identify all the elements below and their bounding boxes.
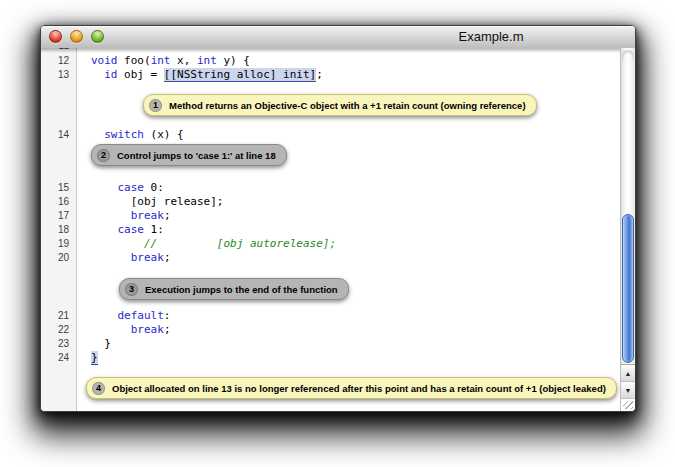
code-token — [91, 68, 104, 81]
code-line-22[interactable]: 22 break; — [41, 323, 620, 337]
code-token — [91, 323, 131, 336]
code-line-12[interactable]: 12void foo(int x, int y) { — [41, 54, 620, 68]
code-token: case — [118, 181, 145, 194]
step-number-badge: 3 — [125, 283, 138, 296]
line-number: 12 — [41, 54, 76, 68]
code-token: default — [118, 309, 164, 322]
code-token: [[NSString alloc] init] — [164, 68, 316, 81]
code-token: x, — [171, 54, 198, 67]
code-token: void — [91, 54, 118, 67]
code-text: break; — [76, 251, 171, 265]
code-token: y) { — [217, 54, 250, 67]
code-line-13[interactable]: 13 id obj = [[NSString alloc] init]; — [41, 68, 620, 82]
code-line-24[interactable]: 24} — [41, 351, 620, 365]
scrollbar-thumb[interactable] — [622, 214, 634, 363]
step-number-badge: 2 — [97, 149, 110, 162]
code-text: void foo(int x, int y) { — [76, 54, 250, 68]
line-number: 21 — [41, 309, 76, 323]
close-button[interactable] — [49, 30, 62, 43]
line-number: 15 — [41, 181, 76, 195]
analyzer-step-bubble-2[interactable]: 2Control jumps to 'case 1:' at line 18 — [91, 144, 287, 166]
code-line-17[interactable]: 17 break; — [41, 209, 620, 223]
code-token: // [obj autorelease]; — [91, 237, 336, 250]
line-number: 17 — [41, 209, 76, 223]
code-line-19[interactable]: 19 // [obj autorelease]; — [41, 237, 620, 251]
analyzer-step-bubble-3[interactable]: 3Execution jumps to the end of the funct… — [119, 278, 349, 300]
code-token: (x) { — [144, 128, 184, 141]
code-token: id — [104, 68, 117, 81]
code-token: } — [91, 351, 98, 364]
step-message: Execution jumps to the end of the functi… — [145, 284, 338, 295]
zoom-button[interactable] — [91, 30, 104, 43]
screenshot-background: Example.m 1112void foo(int x, int y) {13… — [0, 0, 675, 467]
line-number: 19 — [41, 237, 76, 251]
step-message: Object allocated on line 13 is no longer… — [112, 383, 606, 394]
code-line-14[interactable]: 14 switch (x) { — [41, 128, 620, 142]
code-token: break — [131, 251, 164, 264]
code-token: break — [131, 323, 164, 336]
code-line-21[interactable]: 21 default: — [41, 309, 620, 323]
down-arrow-icon: ▼ — [625, 387, 632, 394]
editor-window: Example.m 1112void foo(int x, int y) {13… — [40, 25, 636, 412]
code-text: } — [76, 351, 98, 365]
code-line-18[interactable]: 18 case 1: — [41, 223, 620, 237]
code-token — [91, 251, 131, 264]
code-token: int — [197, 54, 217, 67]
code-token — [91, 128, 104, 141]
code-line-20[interactable]: 20 break; — [41, 251, 620, 265]
code-text: case 1: — [76, 223, 164, 237]
code-text — [76, 48, 91, 53]
step-message: Control jumps to 'case 1:' at line 18 — [117, 150, 276, 161]
code-token: foo( — [118, 54, 151, 67]
code-line-23[interactable]: 23 } — [41, 337, 620, 351]
code-editor: 1112void foo(int x, int y) {13 id obj = … — [41, 48, 620, 411]
code-text: break; — [76, 323, 171, 337]
code-token — [91, 209, 131, 222]
code-token: ; — [316, 68, 323, 81]
code-token: 1: — [144, 223, 164, 236]
code-token: switch — [104, 128, 144, 141]
analyzer-step-bubble-1[interactable]: 1Method returns an Objective-C object wi… — [143, 94, 537, 116]
step-number-badge: 4 — [92, 382, 105, 395]
code-line-15[interactable]: 15 case 0: — [41, 181, 620, 195]
line-number: 18 — [41, 223, 76, 237]
code-text: break; — [76, 209, 171, 223]
line-number: 16 — [41, 195, 76, 209]
code-token: [obj release]; — [91, 195, 223, 208]
code-text: } — [76, 337, 111, 351]
code-text: [obj release]; — [76, 195, 223, 209]
code-token: ; — [164, 251, 171, 264]
code-text: case 0: — [76, 181, 164, 195]
scrollbar-track-cap — [622, 50, 634, 62]
scroll-up-button[interactable]: ▲ — [621, 364, 635, 382]
code-token: break — [131, 209, 164, 222]
code-token: 0: — [144, 181, 164, 194]
code-token — [91, 181, 118, 194]
step-message: Method returns an Objective-C object wit… — [169, 100, 526, 111]
code-text: default: — [76, 309, 170, 323]
code-token: ; — [164, 209, 171, 222]
code-token: } — [91, 337, 111, 350]
vertical-scrollbar[interactable]: ▲ ▼ — [620, 48, 635, 411]
analyzer-step-bubble-4[interactable]: 4Object allocated on line 13 is no longe… — [86, 377, 617, 399]
code-line-11[interactable]: 11 — [41, 48, 620, 53]
up-arrow-icon: ▲ — [625, 370, 632, 377]
window-titlebar[interactable]: Example.m — [41, 26, 635, 49]
code-text: id obj = [[NSString alloc] init]; — [76, 68, 323, 82]
code-token — [91, 223, 118, 236]
code-token: ; — [164, 323, 171, 336]
line-number: 23 — [41, 337, 76, 351]
code-token: int — [151, 54, 171, 67]
line-number: 20 — [41, 251, 76, 265]
window-resize-grip[interactable] — [621, 398, 635, 411]
line-number: 11 — [41, 48, 76, 53]
code-token: case — [118, 223, 145, 236]
minimize-button[interactable] — [70, 30, 83, 43]
code-token: obj = — [118, 68, 164, 81]
line-number: 22 — [41, 323, 76, 337]
code-line-16[interactable]: 16 [obj release]; — [41, 195, 620, 209]
code-text: // [obj autorelease]; — [76, 237, 336, 251]
scroll-down-button[interactable]: ▼ — [621, 381, 635, 399]
code-text: switch (x) { — [76, 128, 184, 142]
line-number: 24 — [41, 351, 76, 365]
